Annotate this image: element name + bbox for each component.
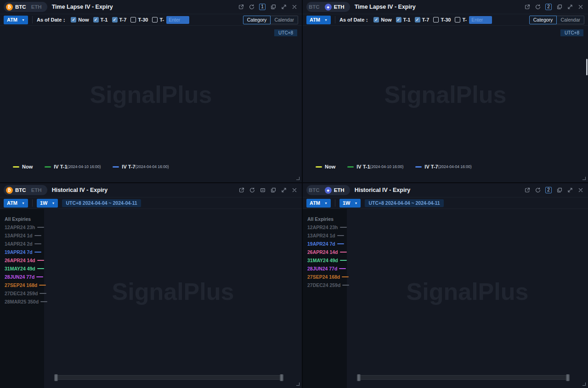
- atm-dropdown[interactable]: ATM ▼: [306, 16, 331, 24]
- slider-track[interactable]: [56, 375, 282, 380]
- asset-option-btc[interactable]: ₿ BTC: [6, 4, 26, 11]
- duplicate-icon[interactable]: [556, 4, 562, 10]
- legend-item[interactable]: Now: [13, 164, 33, 169]
- expiry-item[interactable]: 27DEC24 259d: [307, 281, 347, 289]
- slider-handle-right[interactable]: [280, 374, 283, 381]
- window-icon[interactable]: [260, 187, 266, 193]
- refresh-icon[interactable]: [535, 187, 541, 193]
- slider-track[interactable]: [359, 375, 568, 380]
- checkbox-t7[interactable]: T-7: [415, 17, 430, 22]
- checkbox-now[interactable]: Now: [373, 17, 391, 22]
- expiry-item[interactable]: 28JUN24 77d: [307, 264, 347, 273]
- expiry-item[interactable]: 14APR24 2d: [5, 240, 44, 248]
- duplicate-icon[interactable]: [270, 187, 276, 193]
- asset-toggle[interactable]: ₿ BTC ETH: [4, 2, 47, 12]
- resize-handle[interactable]: [582, 382, 586, 386]
- t-custom-input[interactable]: [469, 16, 492, 24]
- close-icon[interactable]: [291, 187, 297, 193]
- expiry-item[interactable]: 12APR24 23h: [307, 223, 347, 231]
- checkbox-now[interactable]: Now: [71, 17, 89, 22]
- expiry-item[interactable]: 27DEC24 259d: [5, 289, 44, 298]
- asset-option-eth[interactable]: ◆ ETH: [325, 4, 345, 11]
- asset-option-btc[interactable]: BTC: [309, 4, 320, 10]
- slider-handle-right[interactable]: [566, 374, 570, 381]
- expiry-item[interactable]: 19APR24 7d: [5, 248, 44, 256]
- asset-option-eth[interactable]: ◆ ETH: [325, 187, 345, 194]
- window-count-badge[interactable]: 2: [545, 187, 552, 193]
- checkbox-t7[interactable]: T-7: [112, 17, 127, 22]
- historical-chart[interactable]: [44, 209, 302, 360]
- close-icon[interactable]: [577, 4, 583, 10]
- window-count-badge[interactable]: 2: [545, 4, 552, 10]
- expiry-item[interactable]: 26APR24 14d: [307, 248, 347, 256]
- expand-icon[interactable]: [281, 4, 287, 10]
- legend-item[interactable]: IV T-1(2024-04-10 16:00): [45, 164, 101, 169]
- legend-item[interactable]: IV T-7(2024-04-04 16:00): [113, 164, 169, 169]
- tab-category[interactable]: Category: [529, 16, 557, 24]
- t-custom-input[interactable]: [166, 16, 189, 24]
- timelapse-chart[interactable]: [0, 26, 302, 162]
- time-range-slider[interactable]: [359, 374, 568, 381]
- open-in-new-icon[interactable]: [524, 187, 530, 193]
- expiry-item[interactable]: 13APR24 1d: [307, 231, 347, 240]
- resize-handle[interactable]: [582, 177, 586, 180]
- expiry-item[interactable]: 31MAY24 49d: [307, 256, 347, 264]
- slider-handle-left[interactable]: [357, 374, 361, 381]
- resize-handle[interactable]: [296, 382, 300, 386]
- expiry-item[interactable]: All Expiries: [5, 215, 44, 223]
- checkbox-t-custom[interactable]: T-: [152, 17, 164, 22]
- checkbox-t30[interactable]: T-30: [433, 17, 451, 22]
- checkbox-t-custom[interactable]: T-: [455, 17, 467, 22]
- open-in-new-icon[interactable]: [238, 4, 244, 10]
- open-in-new-icon[interactable]: [524, 4, 530, 10]
- window-count-badge[interactable]: 1: [259, 4, 266, 10]
- asset-option-eth[interactable]: ETH: [31, 187, 42, 193]
- close-icon[interactable]: [291, 4, 297, 10]
- asset-toggle[interactable]: BTC ◆ ETH: [306, 185, 350, 195]
- resize-handle[interactable]: [296, 177, 300, 180]
- expiry-item[interactable]: 26APR24 14d: [5, 256, 44, 264]
- tab-calendar[interactable]: Calendar: [271, 16, 298, 24]
- asset-option-eth[interactable]: ETH: [31, 4, 42, 10]
- open-in-new-icon[interactable]: [238, 187, 244, 193]
- time-range-slider[interactable]: [56, 374, 282, 381]
- expiry-item[interactable]: 28JUN24 77d: [5, 273, 44, 281]
- expand-icon[interactable]: [567, 187, 573, 193]
- asset-option-btc[interactable]: BTC: [309, 187, 320, 193]
- close-icon[interactable]: [577, 187, 583, 193]
- period-dropdown[interactable]: 1W ▼: [37, 199, 58, 208]
- expiry-item[interactable]: 13APR24 1d: [5, 231, 44, 240]
- expiry-item[interactable]: All Expiries: [307, 215, 347, 223]
- expiry-item[interactable]: 27SEP24 168d: [307, 273, 347, 281]
- checkbox-t30[interactable]: T-30: [130, 17, 148, 22]
- legend-item[interactable]: IV T-7(2024-04-04 16:00): [415, 164, 471, 169]
- expiry-item[interactable]: 19APR24 7d: [307, 240, 347, 248]
- atm-dropdown[interactable]: ATM ▼: [306, 199, 331, 208]
- expand-icon[interactable]: [567, 4, 573, 10]
- refresh-icon[interactable]: [249, 187, 255, 193]
- refresh-icon[interactable]: [249, 4, 254, 10]
- historical-chart[interactable]: [347, 209, 588, 360]
- atm-dropdown[interactable]: ATM ▼: [4, 16, 28, 24]
- tab-category[interactable]: Category: [243, 16, 271, 24]
- checkbox-t1[interactable]: T-1: [396, 17, 411, 22]
- timelapse-chart[interactable]: [303, 26, 588, 162]
- atm-dropdown[interactable]: ATM ▼: [4, 199, 28, 208]
- asset-option-btc[interactable]: ₿ BTC: [6, 187, 26, 194]
- tab-calendar[interactable]: Calendar: [557, 16, 584, 24]
- period-dropdown[interactable]: 1W ▼: [339, 199, 361, 208]
- duplicate-icon[interactable]: [556, 187, 562, 193]
- legend-item[interactable]: Now: [316, 164, 335, 169]
- expiry-item[interactable]: 31MAY24 49d: [5, 264, 44, 273]
- refresh-icon[interactable]: [535, 4, 541, 10]
- duplicate-icon[interactable]: [270, 4, 276, 10]
- slider-handle-left[interactable]: [54, 374, 58, 381]
- checkbox-t1[interactable]: T-1: [93, 17, 108, 22]
- expiry-item[interactable]: 27SEP24 168d: [5, 281, 44, 289]
- asset-toggle[interactable]: BTC ◆ ETH: [306, 2, 350, 12]
- legend-item[interactable]: IV T-1(2024-04-10 16:00): [347, 164, 403, 169]
- expiry-item[interactable]: 12APR24 23h: [5, 223, 44, 231]
- expiry-item[interactable]: 28MAR25 350d: [5, 298, 44, 306]
- expand-icon[interactable]: [281, 187, 287, 193]
- asset-toggle[interactable]: ₿ BTC ETH: [4, 185, 47, 195]
